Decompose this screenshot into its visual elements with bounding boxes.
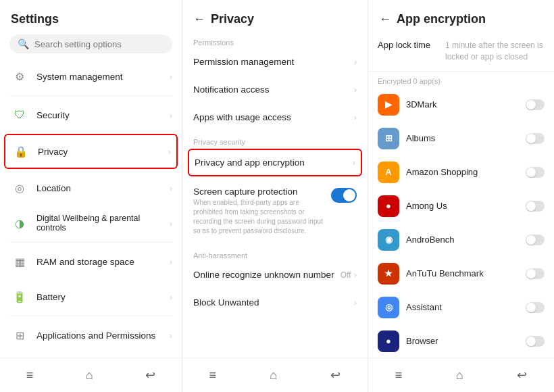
permissions-section-label: Permissions xyxy=(182,32,368,48)
middle-scroll: Permissions Permission management › Noti… xyxy=(182,32,368,358)
divider xyxy=(9,95,172,96)
permission-management-text: Permission management xyxy=(193,57,354,67)
left-bottom-nav: ≡ ⌂ ↩ xyxy=(0,358,182,392)
sidebar-item-label: System management xyxy=(36,72,170,82)
usage-access-item[interactable]: Apps with usage access › xyxy=(182,103,368,131)
app-list-item[interactable]: ◎ Assistant xyxy=(368,291,554,324)
privacy-app-encryption-text: Privacy and app encryption xyxy=(195,157,353,168)
sidebar-item-security[interactable]: 🛡 Security › xyxy=(0,97,182,132)
app-name-label: Among Us xyxy=(406,201,526,211)
left-panel: Settings 🔍 ⚙ System management › 🛡 Secur… xyxy=(0,0,182,392)
sidebar-item-google[interactable]: G Google › xyxy=(0,353,182,358)
menu-icon[interactable]: ≡ xyxy=(201,366,225,385)
app-icon-antutu-benchmark: ★ xyxy=(378,263,399,285)
divider xyxy=(9,316,172,316)
chevron-right-icon: › xyxy=(168,147,171,157)
app-list-item[interactable]: ● Browser xyxy=(368,324,554,358)
digital-icon: ◑ xyxy=(9,213,30,233)
app-lock-time-row: App lock time 1 minute after the screen … xyxy=(368,32,554,72)
app-name-label: 3DMark xyxy=(406,99,526,109)
screen-capture-toggle[interactable] xyxy=(331,188,357,203)
back-arrow-icon[interactable]: ← xyxy=(193,12,205,26)
divider xyxy=(9,242,172,243)
chevron-right-icon: › xyxy=(170,292,172,302)
privacy-icon: 🔒 xyxy=(11,141,31,162)
app-encrypt-toggle[interactable] xyxy=(526,167,545,178)
app-list-item[interactable]: ⊞ Albums xyxy=(368,122,554,155)
notification-access-item[interactable]: Notification access › xyxy=(182,76,368,103)
app-encrypt-toggle[interactable] xyxy=(526,336,545,347)
sidebar-item-battery[interactable]: 🔋 Battery › xyxy=(0,279,182,314)
settings-title: Settings xyxy=(11,12,59,26)
menu-icon[interactable]: ≡ xyxy=(387,366,411,385)
sidebar-item-system[interactable]: ⚙ System management › xyxy=(0,59,182,94)
home-icon[interactable]: ⌂ xyxy=(448,366,472,385)
usage-access-text: Apps with usage access xyxy=(193,112,354,122)
sidebar-item-digital[interactable]: ◑ Digital Wellbeing & parental controls … xyxy=(0,205,182,241)
app-icon-among-us: ● xyxy=(378,195,399,217)
app-encrypt-toggle[interactable] xyxy=(526,235,545,245)
app-name-label: Amazon Shopping xyxy=(406,167,526,177)
anti-harassment-label: Anti-harassment xyxy=(182,245,368,261)
app-icon-assistant: ◎ xyxy=(378,297,399,318)
screen-capture-sub: When enabled, third-party apps are prohi… xyxy=(193,198,326,236)
block-unwanted-item[interactable]: Block Unwanted › xyxy=(182,289,368,316)
chevron-right-icon: › xyxy=(170,110,172,120)
home-icon[interactable]: ⌂ xyxy=(78,366,101,385)
search-box[interactable]: 🔍 xyxy=(9,34,172,53)
app-list-item[interactable]: ● Among Us xyxy=(368,189,554,223)
app-encrypt-toggle[interactable] xyxy=(526,201,545,212)
left-menu-list: ⚙ System management › 🛡 Security › 🔒 Pri… xyxy=(0,59,182,358)
chevron-right-icon: › xyxy=(354,57,357,67)
back-icon[interactable]: ↩ xyxy=(509,365,535,385)
block-unwanted-text: Block Unwanted xyxy=(193,297,354,308)
app-icon-albums: ⊞ xyxy=(378,128,399,149)
app-list-item[interactable]: ◉ AndroBench xyxy=(368,223,554,257)
privacy-security-label: Privacy security xyxy=(182,131,368,147)
battery-icon: 🔋 xyxy=(9,287,30,307)
right-header: ← App encryption xyxy=(368,0,554,32)
security-icon: 🛡 xyxy=(9,105,30,125)
sidebar-item-label: Digital Wellbeing & parental controls xyxy=(36,214,170,232)
menu-icon[interactable]: ≡ xyxy=(18,366,42,385)
app-icon-3dmark: ▶ xyxy=(378,94,399,116)
privacy-app-encryption-item[interactable]: Privacy and app encryption › xyxy=(188,149,362,176)
app-list: ▶ 3DMark ⊞ Albums A Amazon Shopping ● Am… xyxy=(368,88,554,358)
sidebar-item-apps[interactable]: ⊞ Applications and Permissions › xyxy=(0,318,182,353)
right-back-arrow-icon[interactable]: ← xyxy=(379,12,391,26)
home-icon[interactable]: ⌂ xyxy=(261,366,285,385)
chevron-right-icon: › xyxy=(170,257,172,267)
back-icon[interactable]: ↩ xyxy=(137,365,163,385)
back-icon[interactable]: ↩ xyxy=(322,365,349,385)
sidebar-item-ram[interactable]: ▦ RAM and storage space › xyxy=(0,244,182,279)
middle-title: Privacy xyxy=(211,12,254,26)
app-encrypt-toggle[interactable] xyxy=(526,268,545,279)
app-lock-time-value: 1 minute after the screen is locked or a… xyxy=(445,40,545,63)
app-name-label: AnTuTu Benchmark xyxy=(406,268,526,278)
app-list-item[interactable]: A Amazon Shopping xyxy=(368,155,554,189)
permission-management-item[interactable]: Permission management › xyxy=(182,48,368,76)
sidebar-item-label: Applications and Permissions xyxy=(36,330,170,341)
screen-capture-text: Screen capture protection xyxy=(193,187,326,197)
online-recognize-item[interactable]: Online recognize unknown number Off › xyxy=(182,261,368,289)
app-encrypt-toggle[interactable] xyxy=(526,99,545,110)
app-icon-browser: ● xyxy=(378,330,399,352)
middle-header: ← Privacy xyxy=(182,0,368,32)
chevron-right-icon: › xyxy=(170,183,172,193)
app-name-label: Browser xyxy=(406,336,526,346)
chevron-right-icon: › xyxy=(354,270,357,280)
middle-panel: ← Privacy Permissions Permission managem… xyxy=(182,0,368,392)
sidebar-item-label: Battery xyxy=(36,292,170,302)
app-encrypt-toggle[interactable] xyxy=(526,302,545,313)
right-bottom-nav: ≡ ⌂ ↩ xyxy=(368,358,554,392)
search-input[interactable] xyxy=(34,39,164,49)
apps-icon: ⊞ xyxy=(9,325,30,345)
sidebar-item-location[interactable]: ◎ Location › xyxy=(0,170,182,205)
app-list-item[interactable]: ▶ 3DMark xyxy=(368,88,554,122)
screen-capture-item[interactable]: Screen capture protection When enabled, … xyxy=(182,178,368,245)
sidebar-item-privacy[interactable]: 🔒 Privacy › xyxy=(4,134,178,169)
app-list-item[interactable]: ★ AnTuTu Benchmark xyxy=(368,257,554,291)
app-name-label: AndroBench xyxy=(406,235,526,245)
app-encrypt-toggle[interactable] xyxy=(526,133,545,144)
app-icon-androbench: ◉ xyxy=(378,229,399,251)
